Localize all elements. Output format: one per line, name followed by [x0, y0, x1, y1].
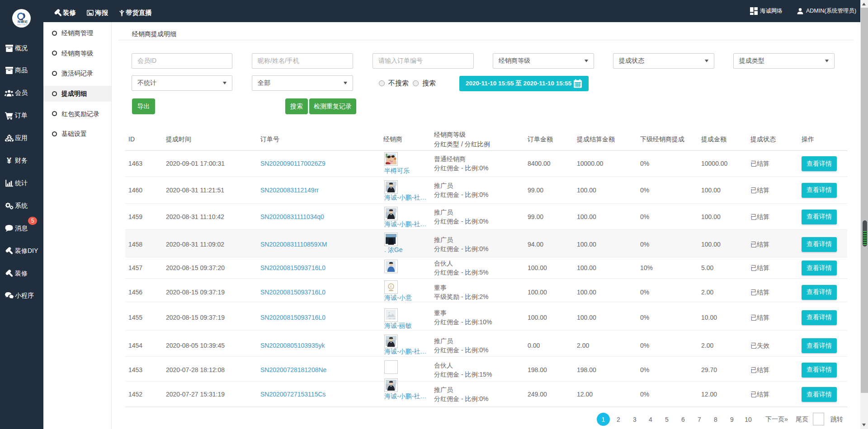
svg-text:NETHC: NETHC	[18, 23, 28, 26]
svg-text:人: 人	[389, 285, 392, 288]
svg-text:世纪: 世纪	[22, 20, 28, 23]
svg-text:WELCOME: WELCOME	[388, 317, 395, 319]
